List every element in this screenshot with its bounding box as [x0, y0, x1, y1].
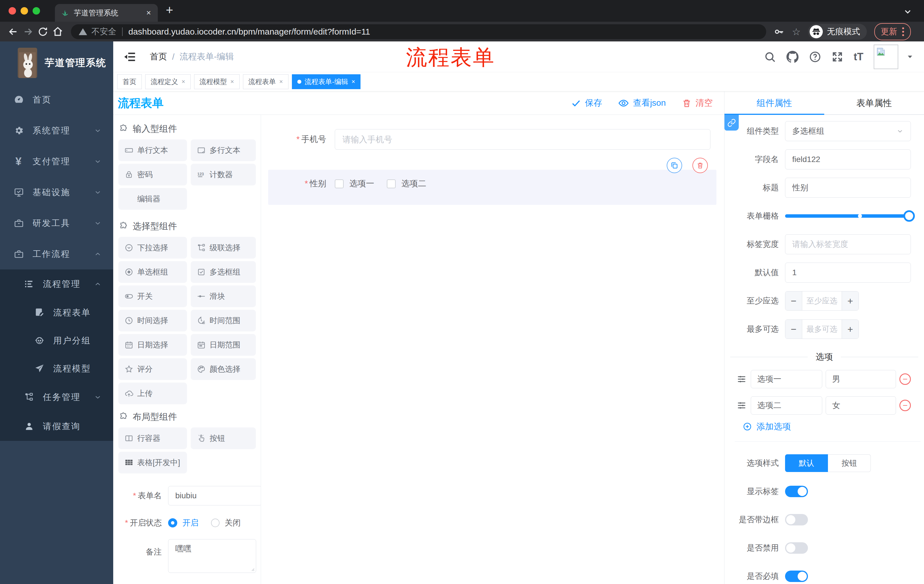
fullscreen-icon[interactable]	[832, 51, 843, 63]
palette-item-row-container[interactable]: 行容器	[118, 428, 187, 449]
palette-item-slider[interactable]: 滑块	[191, 285, 256, 307]
canvas-phone-field[interactable]: *手机号	[261, 129, 724, 150]
palette-item-radio-group[interactable]: 单选框组	[118, 261, 187, 283]
link-tab[interactable]	[724, 115, 739, 131]
forward-icon[interactable]	[22, 25, 34, 38]
palette-item-button[interactable]: 按钮	[191, 428, 256, 449]
max-select-value[interactable]: 最多可选	[802, 320, 842, 339]
save-button[interactable]: 保存	[571, 97, 602, 109]
minimize-window-button[interactable]	[21, 7, 28, 15]
github-icon[interactable]	[786, 51, 799, 63]
delete-component-button[interactable]	[693, 158, 708, 173]
canvas-gender-field-selected[interactable]: *性别 选项一 选项二	[268, 170, 716, 205]
palette-item-time-picker[interactable]: 时间选择	[118, 310, 187, 331]
form-name-input[interactable]	[168, 486, 261, 505]
style-button-button[interactable]: 按钮	[828, 454, 871, 472]
sidebar-item-user-group[interactable]: 用户分组	[0, 327, 113, 355]
option-value-input[interactable]	[826, 370, 896, 388]
close-window-button[interactable]	[8, 7, 16, 15]
kebab-menu-icon[interactable]	[902, 26, 904, 37]
add-option-button[interactable]: 添加选项	[743, 421, 924, 432]
tag-process-model[interactable]: 流程模型×	[194, 74, 239, 89]
radio-closed[interactable]: 关闭	[211, 517, 241, 528]
address-bar[interactable]: 不安全 dashboard.yudao.iocoder.cn/bpm/manag…	[71, 24, 766, 39]
form-remark-textarea[interactable]: 嘿嘿	[168, 539, 256, 573]
close-icon[interactable]: ×	[231, 78, 234, 86]
breadcrumb-home[interactable]: 首页	[150, 51, 167, 63]
font-size-icon[interactable]: tT	[854, 51, 863, 63]
clear-button[interactable]: 清空	[682, 97, 713, 109]
close-icon[interactable]: ×	[182, 78, 185, 86]
palette-item-cascader[interactable]: 级联选择	[191, 237, 256, 258]
remove-option-button[interactable]: −	[899, 373, 911, 385]
avatar[interactable]	[874, 44, 898, 69]
palette-item-date-picker[interactable]: 日期选择	[118, 334, 187, 356]
sidebar-item-system[interactable]: 系统管理	[0, 115, 113, 146]
increment-button[interactable]: +	[842, 291, 858, 310]
sidebar-item-devtools[interactable]: 研发工具	[0, 208, 113, 239]
search-icon[interactable]	[764, 51, 776, 63]
palette-item-date-range[interactable]: 日期范围	[191, 334, 256, 356]
slider-track[interactable]	[785, 214, 914, 218]
palette-item-table[interactable]: 表格[开发中]	[118, 452, 187, 474]
sidebar-item-process-form[interactable]: 流程表单	[0, 299, 113, 327]
tag-process-form-edit[interactable]: 流程表单-编辑×	[292, 74, 361, 89]
palette-item-time-range[interactable]: 时间范围	[191, 310, 256, 331]
option-label-input[interactable]	[751, 396, 822, 415]
close-icon[interactable]: ×	[279, 78, 283, 86]
slider-handle[interactable]	[903, 210, 915, 222]
min-select-value[interactable]: 至少应选	[802, 291, 842, 310]
palette-item-upload[interactable]: 上传	[118, 383, 187, 404]
home-icon[interactable]	[51, 25, 64, 38]
palette-item-counter[interactable]: 123 计数器	[191, 164, 256, 186]
option-value-input[interactable]	[826, 396, 896, 415]
new-tab-button[interactable]: +	[166, 3, 173, 17]
maximize-window-button[interactable]	[33, 7, 40, 15]
palette-item-checkbox-group[interactable]: 多选框组	[191, 261, 256, 283]
tab-form-props[interactable]: 表单属性	[824, 91, 924, 115]
radio-open[interactable]: 开启	[168, 517, 198, 528]
decrement-button[interactable]: −	[785, 291, 802, 310]
gender-option1-checkbox[interactable]: 选项一	[335, 178, 374, 189]
sidebar-item-leave-query[interactable]: 请假查询	[0, 412, 113, 441]
component-type-select[interactable]: 多选框组	[785, 121, 911, 141]
style-default-button[interactable]: 默认	[785, 454, 828, 472]
option-label-input[interactable]	[751, 370, 822, 388]
password-key-icon[interactable]	[774, 26, 784, 37]
increment-button[interactable]: +	[842, 320, 858, 339]
grid-slider[interactable]	[785, 206, 914, 226]
disabled-toggle[interactable]	[785, 542, 808, 554]
sidebar-item-infra[interactable]: 基础设施	[0, 177, 113, 208]
tag-home[interactable]: 首页	[117, 74, 142, 89]
sidebar-item-process-model[interactable]: 流程模型	[0, 355, 113, 383]
tab-component-props[interactable]: 组件属性	[724, 91, 824, 115]
title-input[interactable]	[785, 178, 911, 198]
sidebar-fold-icon[interactable]	[124, 51, 136, 63]
decrement-button[interactable]: −	[785, 320, 802, 339]
help-icon[interactable]	[809, 51, 821, 63]
tag-process-definition[interactable]: 流程定义×	[145, 74, 191, 89]
reload-icon[interactable]	[36, 25, 49, 38]
sidebar-item-home[interactable]: 首页	[0, 84, 113, 115]
browser-tab[interactable]: 芋道管理系统 ×	[55, 4, 158, 22]
palette-item-password[interactable]: 密码	[118, 164, 187, 186]
drag-handle-icon[interactable]	[736, 401, 747, 410]
field-name-input[interactable]	[785, 150, 911, 169]
resize-grip-icon[interactable]	[250, 567, 255, 571]
bookmark-star-icon[interactable]: ☆	[792, 26, 800, 38]
show-label-toggle[interactable]	[785, 486, 808, 497]
view-json-button[interactable]: 查看json	[618, 97, 666, 109]
palette-item-multi-line-text[interactable]: 多行文本	[191, 140, 256, 161]
palette-item-select[interactable]: 下拉选择	[118, 237, 187, 258]
border-toggle[interactable]	[785, 514, 808, 525]
palette-item-editor[interactable]: 编辑器	[118, 188, 187, 210]
tag-process-form[interactable]: 流程表单×	[243, 74, 289, 89]
sidebar-item-process-mgmt[interactable]: 流程管理	[0, 270, 113, 299]
sidebar-item-task-mgmt[interactable]: 任务管理	[0, 383, 113, 412]
update-button[interactable]: 更新	[874, 23, 911, 40]
label-width-input[interactable]	[785, 234, 911, 254]
tab-close-icon[interactable]: ×	[145, 8, 152, 17]
palette-item-switch[interactable]: 开关	[118, 285, 187, 307]
phone-input[interactable]	[335, 129, 710, 150]
caret-down-icon[interactable]	[906, 53, 914, 61]
